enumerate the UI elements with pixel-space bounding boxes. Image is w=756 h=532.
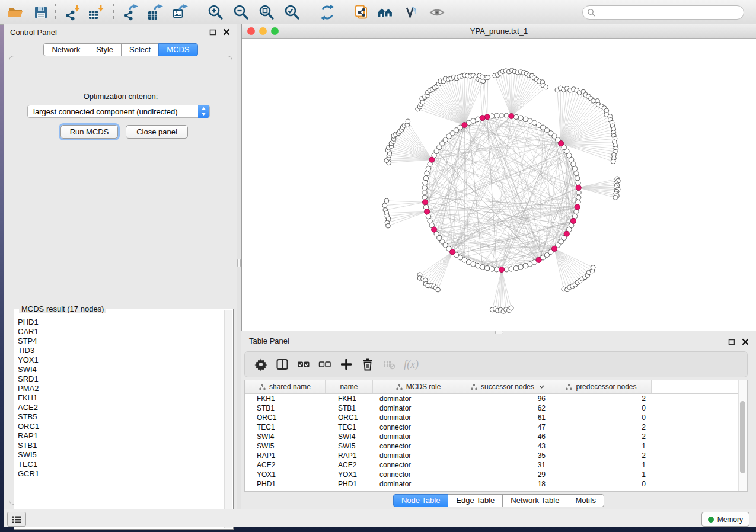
visual-style-icon[interactable] bbox=[403, 4, 420, 21]
column-header-name[interactable]: name bbox=[326, 380, 373, 393]
close-table-panel-icon[interactable] bbox=[742, 338, 749, 345]
deselect-all-icon[interactable] bbox=[318, 358, 331, 371]
run-mcds-button[interactable]: Run MCDS bbox=[60, 125, 118, 139]
zoom-out-icon[interactable] bbox=[233, 4, 250, 21]
float-table-panel-icon[interactable] bbox=[728, 338, 735, 345]
table-row[interactable]: SWI4SWI4dominator462 bbox=[245, 432, 747, 441]
result-node-item[interactable]: SWI5 bbox=[18, 450, 222, 460]
vertical-splitter-grip[interactable] bbox=[237, 259, 241, 267]
table-row[interactable]: ACE2ACE2connector311 bbox=[245, 460, 747, 470]
horizontal-splitter-grip[interactable] bbox=[495, 331, 503, 334]
result-scrollbar[interactable] bbox=[224, 310, 232, 528]
close-panel-button[interactable]: Close panel bbox=[126, 125, 188, 139]
result-node-item[interactable]: PMA2 bbox=[18, 384, 222, 393]
toggle-panel-icon[interactable] bbox=[276, 358, 289, 371]
result-node-item[interactable]: FKH1 bbox=[18, 393, 222, 403]
table-scrollbar[interactable] bbox=[738, 380, 747, 491]
result-node-item[interactable]: YOX1 bbox=[18, 355, 222, 365]
import-table-icon[interactable] bbox=[88, 4, 104, 21]
cell-name: ACE2 bbox=[326, 460, 373, 470]
mcds-result-list[interactable]: PHD1CAR1STP4TID3YOX1SWI4SRD1PMA2FKH1ACE2… bbox=[18, 318, 222, 527]
cell-shared-name: TEC1 bbox=[245, 422, 326, 432]
table-row[interactable]: RAP1RAP1dominator352 bbox=[245, 451, 747, 460]
tab-motifs[interactable]: Motifs bbox=[567, 494, 604, 507]
column-header-shared-name[interactable]: shared name bbox=[245, 380, 326, 393]
zoom-in-icon[interactable] bbox=[208, 4, 224, 21]
select-all-icon[interactable] bbox=[297, 358, 310, 371]
settings-gear-icon[interactable] bbox=[254, 358, 267, 371]
criterion-select[interactable]: largest connected component (undirected) bbox=[27, 105, 210, 118]
result-node-item[interactable]: GCR1 bbox=[18, 469, 222, 479]
result-node-item[interactable]: STB1 bbox=[18, 441, 222, 450]
close-window-icon[interactable] bbox=[247, 27, 255, 35]
column-header-successor-nodes[interactable]: successor nodes bbox=[464, 380, 551, 393]
table-row[interactable]: SWI5SWI5connector431 bbox=[245, 441, 747, 451]
cell-name: STB1 bbox=[326, 403, 373, 413]
table-tabs: Node TableEdge TableNetwork TableMotifs bbox=[241, 494, 756, 507]
result-node-item[interactable]: SRD1 bbox=[18, 374, 222, 384]
search-box[interactable] bbox=[582, 5, 744, 20]
result-node-item[interactable]: CAR1 bbox=[18, 327, 222, 336]
result-node-item[interactable]: SWI4 bbox=[18, 365, 222, 374]
column-header-predecessor-nodes[interactable]: predecessor nodes bbox=[551, 380, 652, 393]
export-table-icon[interactable] bbox=[147, 4, 164, 21]
table-row[interactable]: FKH1FKH1dominator962 bbox=[245, 394, 747, 403]
save-session-icon[interactable] bbox=[33, 4, 49, 21]
delete-icon[interactable] bbox=[361, 358, 374, 371]
network-canvas[interactable] bbox=[242, 39, 756, 331]
maximize-window-icon[interactable] bbox=[271, 27, 279, 35]
horizontal-splitter[interactable] bbox=[241, 331, 756, 335]
cell-name: SWI5 bbox=[326, 441, 373, 451]
tab-network-table[interactable]: Network Table bbox=[502, 494, 567, 507]
tab-edge-table[interactable]: Edge Table bbox=[448, 494, 503, 507]
zoom-selected-icon[interactable] bbox=[284, 4, 301, 21]
zoom-fit-icon[interactable] bbox=[259, 4, 275, 21]
result-node-item[interactable]: PHD1 bbox=[18, 318, 222, 327]
tab-node-table[interactable]: Node Table bbox=[393, 494, 449, 507]
table-row[interactable]: YOX1YOX1connector291 bbox=[245, 470, 747, 479]
export-image-icon[interactable] bbox=[172, 4, 189, 21]
memory-status-icon bbox=[708, 517, 714, 523]
tab-mcds[interactable]: MCDS bbox=[158, 43, 197, 56]
float-panel-icon[interactable] bbox=[209, 28, 216, 36]
table-row[interactable]: STB1STB1dominator620 bbox=[245, 403, 747, 413]
tab-style[interactable]: Style bbox=[88, 43, 122, 56]
result-node-item[interactable]: RAP1 bbox=[18, 431, 222, 441]
table-row[interactable]: TEC1TEC1connector472 bbox=[245, 422, 747, 432]
task-history-button[interactable] bbox=[7, 512, 26, 527]
eye-icon[interactable] bbox=[429, 4, 445, 21]
table-row[interactable]: ORC1ORC1dominator610 bbox=[245, 413, 747, 422]
homes-icon[interactable] bbox=[377, 4, 394, 21]
apply-layout-icon[interactable] bbox=[319, 4, 336, 21]
import-network-icon[interactable] bbox=[64, 4, 81, 21]
list-icon bbox=[11, 514, 23, 525]
open-file-icon[interactable] bbox=[7, 4, 24, 21]
cell-name: FKH1 bbox=[326, 394, 373, 403]
status-bar: Memory bbox=[4, 509, 756, 527]
result-node-item[interactable]: TEC1 bbox=[18, 460, 222, 469]
table-panel-title: Table Panel bbox=[249, 336, 289, 345]
vertical-splitter[interactable] bbox=[237, 24, 241, 509]
cell-successor-nodes: 62 bbox=[464, 403, 551, 413]
minimize-window-icon[interactable] bbox=[259, 27, 267, 35]
network-window: YPA_prune.txt_1 bbox=[241, 24, 756, 331]
table-row[interactable]: PHD1PHD1dominator180 bbox=[245, 479, 747, 489]
close-panel-icon[interactable] bbox=[223, 28, 230, 36]
result-node-item[interactable]: TID3 bbox=[18, 346, 222, 355]
mcds-tab-panel: Optimization criterion: largest connecte… bbox=[9, 56, 232, 505]
table-scrollbar-thumb[interactable] bbox=[740, 401, 745, 473]
search-input[interactable] bbox=[596, 7, 744, 18]
result-node-item[interactable]: ORC1 bbox=[18, 422, 222, 431]
result-node-item[interactable]: ACE2 bbox=[18, 403, 222, 412]
mcds-result-title: MCDS result (17 nodes) bbox=[19, 305, 106, 313]
column-header-MCDS-role[interactable]: MCDS role bbox=[373, 380, 464, 393]
export-network-icon[interactable] bbox=[122, 4, 139, 21]
result-node-item[interactable]: STB5 bbox=[18, 412, 222, 422]
network-document-icon[interactable] bbox=[353, 4, 369, 21]
tab-network[interactable]: Network bbox=[43, 43, 88, 56]
cell-name: RAP1 bbox=[326, 451, 373, 460]
add-icon[interactable] bbox=[340, 358, 353, 371]
memory-button[interactable]: Memory bbox=[701, 512, 749, 527]
result-node-item[interactable]: STP4 bbox=[18, 336, 222, 346]
tab-select[interactable]: Select bbox=[121, 43, 159, 56]
